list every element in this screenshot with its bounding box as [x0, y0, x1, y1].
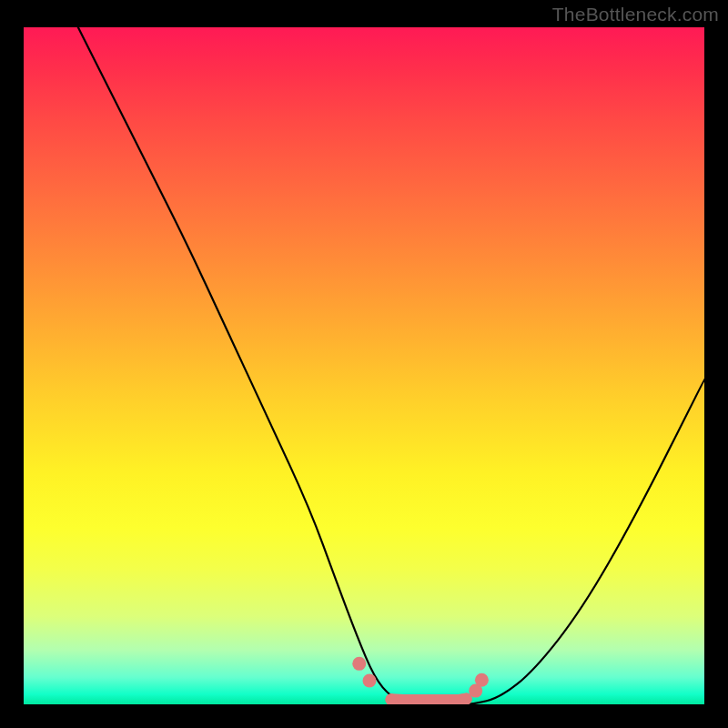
optimal-range-markers	[352, 657, 489, 704]
bottleneck-curve	[78, 27, 704, 704]
valley-dot	[475, 673, 489, 687]
chart-area	[24, 27, 704, 704]
attribution-label: TheBottleneck.com	[552, 4, 719, 25]
bottleneck-chart	[24, 27, 704, 704]
valley-dot	[352, 657, 366, 671]
valley-dot	[362, 673, 376, 687]
